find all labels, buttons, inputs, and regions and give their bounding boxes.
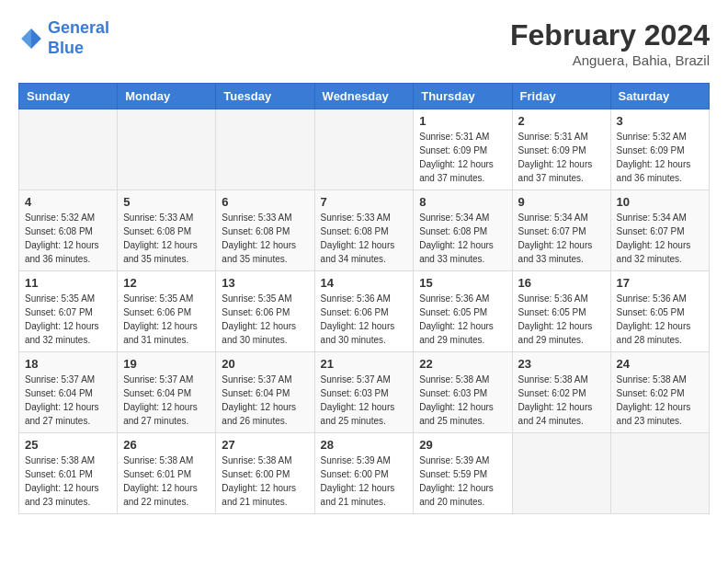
logo-icon: [18, 26, 44, 52]
calendar-cell: 12Sunrise: 5:35 AM Sunset: 6:06 PM Dayli…: [118, 271, 216, 352]
location: Anguera, Bahia, Brazil: [510, 52, 710, 68]
day-info: Sunrise: 5:38 AM Sunset: 6:02 PM Dayligh…: [617, 373, 703, 428]
month-year: February 2024: [510, 18, 710, 52]
day-number: 22: [419, 357, 506, 371]
calendar-cell: 23Sunrise: 5:38 AM Sunset: 6:02 PM Dayli…: [512, 352, 610, 433]
calendar-cell: 4Sunrise: 5:32 AM Sunset: 6:08 PM Daylig…: [19, 190, 118, 271]
calendar-cell: 17Sunrise: 5:36 AM Sunset: 6:05 PM Dayli…: [610, 271, 709, 352]
day-of-week-wednesday: Wednesday: [314, 84, 414, 109]
calendar-cell: 26Sunrise: 5:38 AM Sunset: 6:01 PM Dayli…: [118, 433, 216, 514]
day-info: Sunrise: 5:37 AM Sunset: 6:04 PM Dayligh…: [123, 373, 210, 428]
calendar-cell: 8Sunrise: 5:34 AM Sunset: 6:08 PM Daylig…: [414, 190, 512, 271]
svg-marker-1: [21, 29, 31, 49]
calendar-cell: [19, 109, 118, 190]
day-info: Sunrise: 5:32 AM Sunset: 6:08 PM Dayligh…: [25, 211, 111, 266]
calendar-cell: [512, 433, 610, 514]
day-number: 7: [321, 195, 408, 209]
day-number: 23: [518, 357, 605, 371]
day-info: Sunrise: 5:38 AM Sunset: 6:00 PM Dayligh…: [222, 454, 308, 509]
day-info: Sunrise: 5:37 AM Sunset: 6:04 PM Dayligh…: [222, 373, 308, 428]
calendar-cell: 10Sunrise: 5:34 AM Sunset: 6:07 PM Dayli…: [610, 190, 709, 271]
day-info: Sunrise: 5:33 AM Sunset: 6:08 PM Dayligh…: [222, 211, 308, 266]
calendar-table: SundayMondayTuesdayWednesdayThursdayFrid…: [18, 83, 710, 514]
calendar-cell: 6Sunrise: 5:33 AM Sunset: 6:08 PM Daylig…: [216, 190, 314, 271]
day-number: 4: [25, 195, 111, 209]
calendar-cell: 1Sunrise: 5:31 AM Sunset: 6:09 PM Daylig…: [414, 109, 512, 190]
calendar-cell: 15Sunrise: 5:36 AM Sunset: 6:05 PM Dayli…: [414, 271, 512, 352]
day-number: 11: [25, 276, 111, 290]
calendar-cell: 16Sunrise: 5:36 AM Sunset: 6:05 PM Dayli…: [512, 271, 610, 352]
calendar-week-5: 25Sunrise: 5:38 AM Sunset: 6:01 PM Dayli…: [19, 433, 710, 514]
day-number: 10: [617, 195, 703, 209]
day-number: 3: [617, 114, 703, 128]
logo-text: General Blue: [48, 18, 109, 58]
day-number: 2: [518, 114, 605, 128]
day-info: Sunrise: 5:36 AM Sunset: 6:05 PM Dayligh…: [419, 292, 506, 347]
day-info: Sunrise: 5:34 AM Sunset: 6:07 PM Dayligh…: [617, 211, 703, 266]
day-number: 13: [222, 276, 308, 290]
day-info: Sunrise: 5:39 AM Sunset: 6:00 PM Dayligh…: [321, 454, 408, 509]
day-number: 8: [419, 195, 506, 209]
calendar-week-2: 4Sunrise: 5:32 AM Sunset: 6:08 PM Daylig…: [19, 190, 710, 271]
calendar-cell: [314, 109, 414, 190]
svg-marker-0: [31, 29, 41, 49]
day-of-week-saturday: Saturday: [610, 84, 709, 109]
day-info: Sunrise: 5:36 AM Sunset: 6:06 PM Dayligh…: [321, 292, 408, 347]
calendar-cell: 5Sunrise: 5:33 AM Sunset: 6:08 PM Daylig…: [118, 190, 216, 271]
day-number: 25: [25, 438, 111, 452]
day-number: 20: [222, 357, 308, 371]
day-number: 18: [25, 357, 111, 371]
day-number: 16: [518, 276, 605, 290]
day-info: Sunrise: 5:36 AM Sunset: 6:05 PM Dayligh…: [518, 292, 605, 347]
calendar-cell: 14Sunrise: 5:36 AM Sunset: 6:06 PM Dayli…: [314, 271, 414, 352]
day-of-week-thursday: Thursday: [414, 84, 512, 109]
day-number: 1: [419, 114, 506, 128]
calendar-cell: 9Sunrise: 5:34 AM Sunset: 6:07 PM Daylig…: [512, 190, 610, 271]
day-info: Sunrise: 5:31 AM Sunset: 6:09 PM Dayligh…: [419, 130, 506, 185]
calendar-cell: 25Sunrise: 5:38 AM Sunset: 6:01 PM Dayli…: [19, 433, 118, 514]
day-info: Sunrise: 5:37 AM Sunset: 6:04 PM Dayligh…: [25, 373, 111, 428]
day-of-week-sunday: Sunday: [19, 84, 118, 109]
calendar-cell: [118, 109, 216, 190]
day-info: Sunrise: 5:39 AM Sunset: 5:59 PM Dayligh…: [419, 454, 506, 509]
day-number: 24: [617, 357, 703, 371]
calendar-cell: 11Sunrise: 5:35 AM Sunset: 6:07 PM Dayli…: [19, 271, 118, 352]
day-number: 12: [123, 276, 210, 290]
day-of-week-tuesday: Tuesday: [216, 84, 314, 109]
calendar-cell: [216, 109, 314, 190]
day-number: 14: [321, 276, 408, 290]
day-info: Sunrise: 5:33 AM Sunset: 6:08 PM Dayligh…: [123, 211, 210, 266]
logo: General Blue: [18, 18, 109, 58]
day-info: Sunrise: 5:33 AM Sunset: 6:08 PM Dayligh…: [321, 211, 408, 266]
calendar-week-1: 1Sunrise: 5:31 AM Sunset: 6:09 PM Daylig…: [19, 109, 710, 190]
day-number: 26: [123, 438, 210, 452]
day-info: Sunrise: 5:34 AM Sunset: 6:08 PM Dayligh…: [419, 211, 506, 266]
day-info: Sunrise: 5:32 AM Sunset: 6:09 PM Dayligh…: [617, 130, 703, 185]
day-number: 15: [419, 276, 506, 290]
calendar-cell: 29Sunrise: 5:39 AM Sunset: 5:59 PM Dayli…: [414, 433, 512, 514]
calendar-cell: 3Sunrise: 5:32 AM Sunset: 6:09 PM Daylig…: [610, 109, 709, 190]
day-info: Sunrise: 5:34 AM Sunset: 6:07 PM Dayligh…: [518, 211, 605, 266]
day-number: 21: [321, 357, 408, 371]
calendar-cell: [610, 433, 709, 514]
day-number: 29: [419, 438, 506, 452]
calendar-header-row: SundayMondayTuesdayWednesdayThursdayFrid…: [19, 84, 710, 109]
day-number: 5: [123, 195, 210, 209]
day-info: Sunrise: 5:31 AM Sunset: 6:09 PM Dayligh…: [518, 130, 605, 185]
calendar-cell: 2Sunrise: 5:31 AM Sunset: 6:09 PM Daylig…: [512, 109, 610, 190]
calendar-cell: 27Sunrise: 5:38 AM Sunset: 6:00 PM Dayli…: [216, 433, 314, 514]
day-number: 9: [518, 195, 605, 209]
day-info: Sunrise: 5:36 AM Sunset: 6:05 PM Dayligh…: [617, 292, 703, 347]
calendar-cell: 28Sunrise: 5:39 AM Sunset: 6:00 PM Dayli…: [314, 433, 414, 514]
title-block: February 2024 Anguera, Bahia, Brazil: [510, 18, 710, 68]
day-info: Sunrise: 5:35 AM Sunset: 6:06 PM Dayligh…: [123, 292, 210, 347]
calendar-cell: 21Sunrise: 5:37 AM Sunset: 6:03 PM Dayli…: [314, 352, 414, 433]
day-info: Sunrise: 5:38 AM Sunset: 6:03 PM Dayligh…: [419, 373, 506, 428]
day-of-week-monday: Monday: [118, 84, 216, 109]
day-number: 17: [617, 276, 703, 290]
day-number: 6: [222, 195, 308, 209]
day-info: Sunrise: 5:35 AM Sunset: 6:06 PM Dayligh…: [222, 292, 308, 347]
calendar-cell: 20Sunrise: 5:37 AM Sunset: 6:04 PM Dayli…: [216, 352, 314, 433]
day-number: 27: [222, 438, 308, 452]
calendar-week-3: 11Sunrise: 5:35 AM Sunset: 6:07 PM Dayli…: [19, 271, 710, 352]
